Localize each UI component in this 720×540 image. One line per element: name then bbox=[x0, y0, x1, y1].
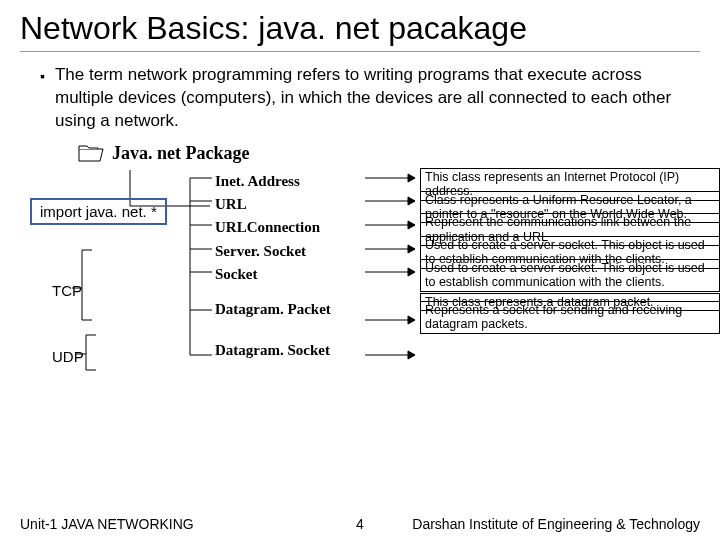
desc-datagramsocket: Represents a socket for sending and rece… bbox=[420, 301, 720, 334]
svg-marker-30 bbox=[408, 316, 415, 324]
svg-marker-24 bbox=[408, 221, 415, 229]
bullet-text: The term network programming refers to w… bbox=[40, 64, 700, 133]
svg-marker-20 bbox=[408, 174, 415, 182]
class-inetaddress: Inet. Address bbox=[215, 170, 331, 193]
svg-marker-22 bbox=[408, 197, 415, 205]
svg-marker-28 bbox=[408, 268, 415, 276]
bullet-content: The term network programming refers to w… bbox=[55, 64, 700, 133]
desc-socket: Used to create a server socket. This obj… bbox=[420, 259, 720, 292]
protocol-udp: UDP bbox=[52, 348, 84, 365]
diagram: import java. net. * TCP UDP Inet. Addres… bbox=[30, 170, 700, 430]
folder-icon bbox=[78, 143, 104, 163]
package-header: Java. net Package bbox=[78, 143, 700, 164]
class-serversocket: Server. Socket bbox=[215, 240, 331, 263]
class-socket: Socket bbox=[215, 263, 331, 286]
footer-page: 4 bbox=[356, 516, 364, 532]
protocol-tcp: TCP bbox=[52, 282, 82, 299]
footer: Unit-1 JAVA NETWORKING 4 Darshan Institu… bbox=[0, 516, 720, 532]
footer-left: Unit-1 JAVA NETWORKING bbox=[20, 516, 194, 532]
class-list: Inet. Address URL URLConnection Server. … bbox=[215, 170, 331, 363]
slide-title: Network Basics: java. net pacakage bbox=[20, 10, 700, 52]
class-datagrampacket: Datagram. Packet bbox=[215, 298, 331, 321]
svg-marker-32 bbox=[408, 351, 415, 359]
footer-right: Darshan Institute of Engineering & Techn… bbox=[412, 516, 700, 532]
package-header-text: Java. net Package bbox=[112, 143, 249, 164]
import-statement: import java. net. * bbox=[30, 198, 167, 225]
descriptions: This class represents an Internet Protoc… bbox=[420, 168, 720, 329]
class-datagramsocket: Datagram. Socket bbox=[215, 339, 331, 362]
class-urlconnection: URLConnection bbox=[215, 216, 331, 239]
svg-marker-26 bbox=[408, 245, 415, 253]
class-url: URL bbox=[215, 193, 331, 216]
